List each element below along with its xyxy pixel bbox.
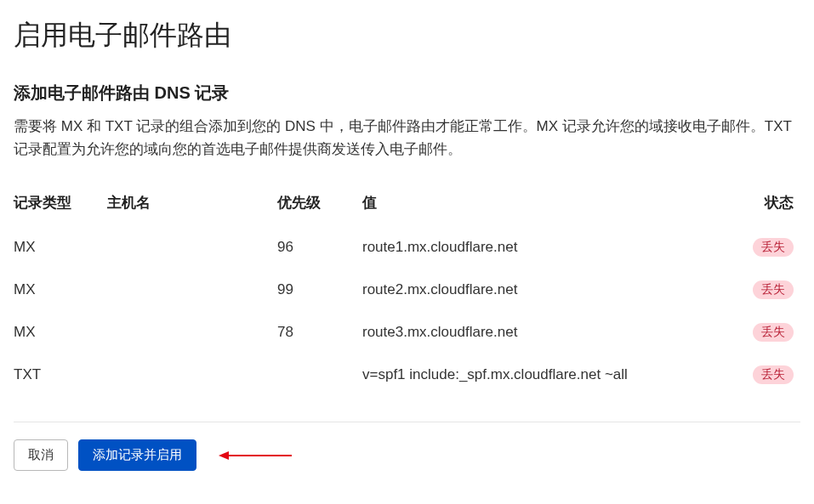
svg-marker-1 [219,451,229,460]
section-description: 需要将 MX 和 TXT 记录的组合添加到您的 DNS 中，电子邮件路由才能正常… [14,115,796,161]
header-priority: 优先级 [277,184,362,226]
cell-status: 丢失 [741,269,800,311]
cell-type: TXT [14,354,107,396]
page-title: 启用电子邮件路由 [14,17,800,54]
header-value: 值 [362,184,741,226]
header-type: 记录类型 [14,184,107,226]
table-row: MX 96 route1.mx.cloudflare.net 丢失 [14,226,800,269]
table-row: MX 78 route3.mx.cloudflare.net 丢失 [14,311,800,354]
table-header-row: 记录类型 主机名 优先级 值 状态 [14,184,800,226]
cell-priority: 99 [277,269,362,311]
cell-status: 丢失 [741,354,800,396]
cancel-button[interactable]: 取消 [14,439,68,471]
header-status: 状态 [741,184,800,226]
status-badge-missing: 丢失 [753,238,794,257]
dns-records-table: 记录类型 主机名 优先级 值 状态 MX 96 route1.mx.cloudf… [14,184,800,396]
cell-type: MX [14,311,107,354]
cell-host [107,269,277,311]
header-host: 主机名 [107,184,277,226]
cell-value: v=spf1 include:_spf.mx.cloudflare.net ~a… [362,354,741,396]
button-row: 取消 添加记录并启用 [14,439,800,471]
cell-priority [277,354,362,396]
status-badge-missing: 丢失 [753,365,794,384]
cell-value: route2.mx.cloudflare.net [362,269,741,311]
cell-priority: 96 [277,226,362,269]
cell-host [107,226,277,269]
section-title: 添加电子邮件路由 DNS 记录 [14,82,800,105]
table-row: MX 99 route2.mx.cloudflare.net 丢失 [14,269,800,311]
cell-type: MX [14,226,107,269]
status-badge-missing: 丢失 [753,280,794,299]
cell-host [107,311,277,354]
cell-value: route1.mx.cloudflare.net [362,226,741,269]
cell-host [107,354,277,396]
arrow-annotation-icon [217,447,293,464]
cell-status: 丢失 [741,226,800,269]
cell-priority: 78 [277,311,362,354]
table-row: TXT v=spf1 include:_spf.mx.cloudflare.ne… [14,354,800,396]
divider [14,422,800,422]
add-and-enable-button[interactable]: 添加记录并启用 [78,439,196,471]
cell-status: 丢失 [741,311,800,354]
cell-type: MX [14,269,107,311]
cell-value: route3.mx.cloudflare.net [362,311,741,354]
status-badge-missing: 丢失 [753,323,794,342]
